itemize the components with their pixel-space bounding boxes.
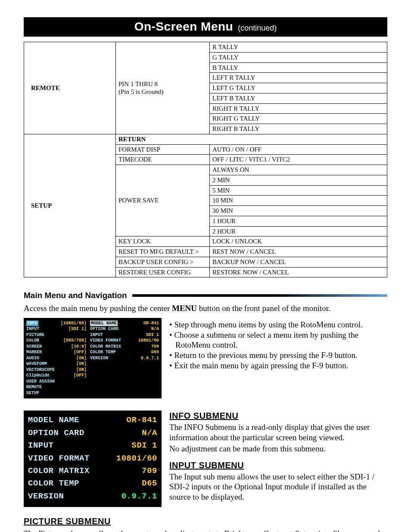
main-intro: Access the main menu by pushing the cent… bbox=[24, 303, 387, 314]
table-cell: POWER SAVE bbox=[116, 165, 210, 236]
osd-line: VIDEO FORMAT1080i/60 bbox=[28, 452, 157, 465]
osd-line: AUDIO[ON] bbox=[26, 355, 87, 361]
osd-line: COLOR TEMPD65 bbox=[90, 349, 159, 355]
osd-line: COLOR MATRIX709 bbox=[28, 465, 157, 477]
osd-line: INPUT[SDI 1] bbox=[26, 326, 87, 332]
table-cell: RETURN bbox=[116, 134, 387, 144]
table-cell: G TALLY bbox=[210, 52, 387, 62]
osd-line: COLOR MATRIX709 bbox=[90, 344, 159, 350]
osd-line: OPTION CARDN/A bbox=[90, 326, 159, 332]
osd-line: REMOTE bbox=[26, 384, 87, 390]
banner-sub: (continued) bbox=[238, 24, 277, 32]
table-cell: KEY LOCK bbox=[116, 236, 210, 247]
osd-line: OPTION CARDN/A bbox=[28, 427, 157, 439]
osd-screenshot-pair: INFO[1080i/60]INPUT[SDI 1]PICTURECOLOR[D… bbox=[24, 318, 162, 399]
table-cell: 5 MIN bbox=[210, 185, 387, 196]
table-cell: RESET TO MFG DEFAULT > bbox=[116, 247, 210, 257]
osd-line: INFO[1080i/60] bbox=[26, 320, 87, 327]
list-item: Exit the main menu by again pressing the… bbox=[169, 361, 363, 371]
info-p1: The INFO Submenu is a read-only display … bbox=[169, 422, 387, 443]
osd-line: MARKER[OFF] bbox=[26, 349, 87, 355]
osd-line: INPUTSDI 1 bbox=[90, 332, 159, 338]
input-heading: INPUT SUBMENU bbox=[169, 460, 387, 471]
osd-line: VERSION0.9.7.1 bbox=[90, 355, 159, 361]
table-cell: B TALLY bbox=[210, 62, 387, 73]
intro-a: Access the main menu by pushing the cent… bbox=[24, 304, 172, 313]
table-cell: LEFT B TALLY bbox=[210, 93, 387, 103]
table-row: REMOTEPIN 1 THRU 8(Pin 5 is Ground)R TAL… bbox=[24, 42, 387, 53]
table-cell: RIGHT G TALLY bbox=[210, 114, 387, 124]
osd-line: USER ASSIGN bbox=[26, 379, 87, 385]
intro-b: MENU bbox=[172, 304, 197, 313]
list-item: RotoMenu control. bbox=[169, 340, 363, 350]
heading-rule bbox=[132, 294, 387, 297]
table-cell: PIN 1 THRU 8(Pin 5 is Ground) bbox=[116, 42, 210, 134]
osd-line: COLOR[D65/709] bbox=[26, 338, 87, 344]
osd-info-large: MODEL NAMEOR-841OPTION CARDN/AINPUTSDI 1… bbox=[24, 411, 162, 507]
table-cell: 1 HOUR bbox=[210, 216, 387, 226]
picture-heading: PICTURE SUBMENU bbox=[24, 516, 387, 527]
table-cell: 2 MIN bbox=[210, 175, 387, 185]
osd-line: MODEL NAMEOR-841 bbox=[28, 414, 157, 426]
table-cell: 10 MIN bbox=[210, 196, 387, 206]
table-cell: RESTORE NOW / CANCEL bbox=[210, 267, 387, 277]
main-menu-heading-text: Main Menu and Navigation bbox=[24, 290, 127, 301]
osd-info-panel: MODEL NAMEOR-841OPTION CARDN/AINPUTSDI 1… bbox=[90, 320, 159, 396]
osd-line: VERSION0.9.7.1 bbox=[28, 490, 157, 503]
table-cell: R TALLY bbox=[210, 42, 387, 53]
table-cell: RIGHT R TALLY bbox=[210, 103, 387, 114]
menu-table: REMOTEPIN 1 THRU 8(Pin 5 is Ground)R TAL… bbox=[24, 42, 387, 277]
osd-line: COLOR TEMPD65 bbox=[28, 477, 157, 490]
intro-c: button on the front panel of the monitor… bbox=[197, 304, 330, 313]
table-cell: RESTORE USER CONFIG bbox=[116, 267, 210, 277]
list-item: Step through menu items by using the Rot… bbox=[169, 320, 363, 330]
table-cell: LEFT R TALLY bbox=[210, 73, 387, 83]
osd-line: VIDEO FORMAT1080i/60 bbox=[90, 338, 159, 344]
table-cell: SETUP bbox=[24, 134, 116, 277]
table-cell: RIGHT B TALLY bbox=[210, 124, 387, 134]
info-heading: INFO SUBMENU bbox=[169, 411, 387, 421]
table-cell: OFF / LITC / VITC1 / VITC2 bbox=[210, 155, 387, 165]
osd-line: INPUTSDI 1 bbox=[28, 439, 157, 452]
table-cell: 30 MIN bbox=[210, 206, 387, 216]
table-cell: BACKUP USER CONFIG > bbox=[116, 257, 210, 267]
osd-line: WAVEFORM[ON] bbox=[26, 361, 87, 367]
table-cell: BACKUP NOW / CANCEL bbox=[210, 257, 387, 267]
osd-line: VECTORSCOPE[ON] bbox=[26, 367, 87, 373]
main-menu-heading: Main Menu and Navigation bbox=[24, 290, 387, 301]
table-cell: REMOTE bbox=[24, 42, 116, 134]
info-p2: No adjustment can be made from this subm… bbox=[169, 444, 387, 454]
input-p: The Input sub menu allows the user to se… bbox=[169, 472, 387, 502]
osd-line: PICTURE bbox=[26, 332, 87, 338]
osd-line: ClipGuide[OFF] bbox=[26, 373, 87, 379]
table-cell: 2 HOUR bbox=[210, 226, 387, 236]
table-cell: LEFT G TALLY bbox=[210, 83, 387, 93]
osd-line: SCREEN[16:9] bbox=[26, 344, 87, 350]
osd-line: SETUP bbox=[26, 390, 87, 396]
table-cell: TIMECODE bbox=[116, 155, 210, 165]
main-bullets: Step through menu items by using the Rot… bbox=[169, 320, 363, 371]
osd-main-menu: INFO[1080i/60]INPUT[SDI 1]PICTURECOLOR[D… bbox=[26, 320, 87, 396]
list-item: Return to the previous menu by pressing … bbox=[169, 350, 363, 361]
table-cell: AUTO / ON / OFF bbox=[210, 144, 387, 155]
section-banner: On-Screen Menu (continued) bbox=[24, 17, 387, 37]
picture-p: The Picture submenu allows the user to m… bbox=[24, 529, 387, 532]
table-cell: LOCK / UNLOCK bbox=[210, 236, 387, 247]
table-cell: ALWAYS ON bbox=[210, 165, 387, 175]
table-cell: REST NOW / CANCEL bbox=[210, 247, 387, 257]
banner-title: On-Screen Menu bbox=[134, 20, 233, 33]
table-cell: FORMAT DISP bbox=[116, 144, 210, 155]
osd-line: MODEL NAMEOR-841 bbox=[90, 320, 159, 327]
list-item: Choose a submenu or select a menu item b… bbox=[169, 330, 363, 340]
table-row: SETUPRETURN bbox=[24, 134, 387, 144]
